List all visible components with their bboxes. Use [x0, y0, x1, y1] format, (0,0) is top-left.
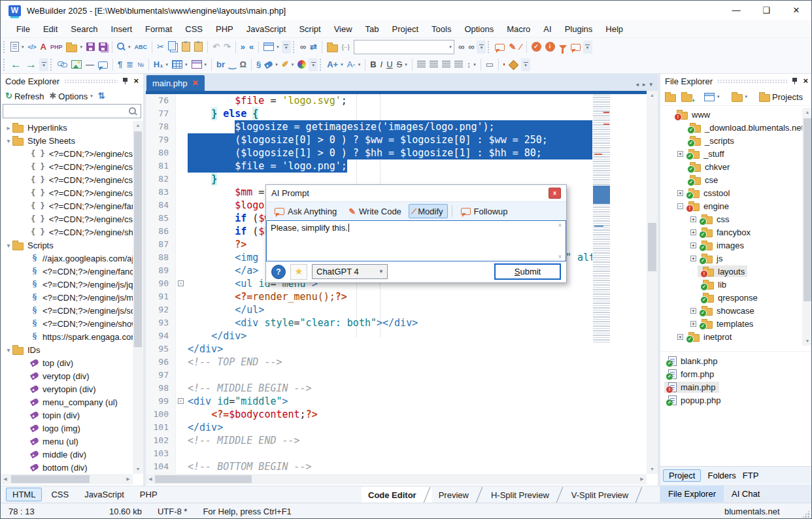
view-tab-h-split-preview[interactable]: H-Split Preview	[484, 487, 565, 503]
resize-grip[interactable]	[802, 510, 810, 518]
outdent-button[interactable]: «	[247, 39, 256, 55]
chevron-down-icon[interactable]: ▾	[5, 242, 12, 249]
toolbar-overflow-button[interactable]: ▾	[583, 41, 592, 54]
insert-comment-button[interactable]	[96, 57, 110, 73]
code-templates-button[interactable]: {··}	[340, 39, 352, 55]
toolbar-overflow-button[interactable]: ▾	[477, 41, 486, 54]
paste-button[interactable]	[180, 39, 192, 55]
close-button[interactable]: ✕	[781, 1, 811, 20]
tab-file-explorer[interactable]: File Explorer	[660, 486, 724, 502]
color-picker-button[interactable]	[296, 57, 308, 73]
insert-nbsp-button[interactable]: ‿	[227, 57, 237, 73]
fe-folder-cse[interactable]: ✓cse	[660, 173, 802, 186]
fe-folder-fancybox[interactable]: +✓fancybox	[660, 226, 802, 239]
justify-button[interactable]	[452, 57, 465, 73]
bullet-list-button[interactable]: ≣	[124, 57, 135, 73]
italic-button[interactable]: I	[379, 57, 385, 73]
insert-script-button[interactable]: §	[254, 57, 263, 73]
file-explorer-vscrollbar[interactable]: ▲ ▼	[802, 108, 812, 346]
insert-entity-button[interactable]: Ω	[238, 57, 248, 73]
fe-folder-templates[interactable]: +✓templates	[660, 317, 802, 330]
minimap[interactable]	[593, 95, 610, 343]
search-term-combobox[interactable]: ▾	[354, 40, 454, 54]
tab-folders[interactable]: Folders	[707, 471, 736, 480]
indent-button[interactable]: »	[239, 39, 247, 55]
maximize-button[interactable]: ❑	[751, 1, 781, 20]
ai-ask-anything-button[interactable]	[493, 39, 507, 55]
expand-icon[interactable]: +	[690, 256, 696, 261]
fe-folder-chkver[interactable]: ✓chkver	[660, 160, 802, 173]
scroll-right-arrow[interactable]: ▶	[637, 474, 647, 484]
fe-file-blank-php[interactable]: ✓blank.php	[660, 354, 812, 367]
fe-file-main-php[interactable]: !main.php	[660, 380, 812, 393]
pin-icon[interactable]	[792, 77, 798, 85]
ai-dialog-close-button[interactable]: x	[549, 188, 561, 199]
close-panel-icon[interactable]: ×	[133, 77, 139, 85]
fe-folder-css[interactable]: +✓css	[660, 212, 802, 226]
fe-folder-scripts[interactable]: ✓_scripts	[660, 134, 802, 147]
lang-tab-php[interactable]: PHP	[133, 488, 164, 501]
align-left-button[interactable]	[415, 57, 428, 73]
ce-item-cdn-engine-js-ma[interactable]: §<?=CDN;?>/engine/js/ma	[1, 291, 133, 304]
undo-button[interactable]: ↶	[211, 39, 222, 55]
scroll-up-arrow[interactable]: ▲	[647, 91, 658, 100]
save-all-button[interactable]	[97, 39, 109, 55]
insert-form-button[interactable]: ▾	[190, 57, 209, 73]
toolbar-overflow-button[interactable]: ▾	[521, 58, 530, 71]
parent-folder-button[interactable]	[663, 89, 678, 105]
chevron-down-icon[interactable]: ▾	[5, 137, 12, 144]
search-menu-button[interactable]: ▾	[115, 39, 133, 55]
menu-format[interactable]: Format	[139, 24, 178, 34]
help-button[interactable]: ?	[271, 265, 286, 279]
menu-help[interactable]: Help	[599, 24, 630, 34]
lang-tab-html[interactable]: HTML	[6, 488, 42, 501]
expand-icon[interactable]: +	[690, 321, 696, 327]
code-fold-toggle-icon[interactable]: -	[178, 398, 184, 404]
redo-button[interactable]: ↷	[222, 39, 233, 55]
ce-item-https-spark-engaga-com[interactable]: §https://spark.engaga.com,	[1, 330, 133, 343]
tab-close-icon[interactable]: ✕	[192, 78, 198, 88]
close-panel-icon[interactable]: ×	[803, 77, 808, 85]
strikethrough-button[interactable]: S▾	[395, 57, 409, 73]
fe-folder-inetprot[interactable]: +✓inetprot	[660, 330, 802, 343]
tab-scroll-left-button[interactable]: ◂	[635, 81, 639, 88]
toolbar-overflow-button[interactable]: ▾	[39, 58, 48, 71]
collapse-icon[interactable]: -	[677, 203, 683, 209]
sort-button[interactable]: ⇅	[96, 88, 107, 104]
ce-item-cdn-engine-css-to[interactable]: { }<?=CDN;?>/engine/css/to	[1, 186, 133, 199]
fe-folder-stuff[interactable]: +✓_stuff	[660, 147, 802, 160]
ce-item-cdn-engine-js-scri[interactable]: §<?=CDN;?>/engine/js/scri	[1, 304, 133, 317]
fe-file-popup-php[interactable]: ✓popup.php	[660, 393, 812, 407]
folders-menu-button[interactable]: ▾	[730, 89, 750, 105]
menu-macro[interactable]: Macro	[500, 24, 537, 34]
expand-icon[interactable]: +	[690, 308, 696, 314]
minimize-button[interactable]: —	[721, 1, 751, 20]
menu-plugins[interactable]: Plugins	[558, 24, 600, 34]
replace-button[interactable]: ⇄	[308, 39, 319, 55]
ai-write-code-button[interactable]: ✎	[507, 39, 518, 55]
tab-ftp[interactable]: FTP	[743, 471, 759, 480]
scroll-left-arrow[interactable]: ◀	[146, 474, 155, 484]
find-previous-button[interactable]: ∞	[456, 39, 466, 55]
scrollbar-thumb[interactable]	[155, 475, 252, 483]
ce-item-cdn-engine-fancy[interactable]: §<?=CDN;?>/engine/fancy	[1, 265, 133, 278]
find-button[interactable]: ∞	[298, 39, 308, 55]
scroll-left-arrow[interactable]: ◀	[1, 474, 10, 484]
code-explorer-hscrollbar[interactable]: ◀ ▶	[1, 474, 133, 484]
ce-item-cdn-engine-css-la[interactable]: { }<?=CDN;?>/engine/css/la	[1, 147, 133, 160]
insert-hr-button[interactable]: —	[84, 57, 96, 73]
menu-search[interactable]: Search	[64, 24, 104, 34]
view-tab-preview[interactable]: Preview	[432, 487, 484, 503]
find-in-files-button[interactable]	[325, 39, 340, 55]
fe-folder-www[interactable]: !www	[660, 108, 802, 121]
ce-item-style-sheets[interactable]: ▾Style Sheets	[1, 134, 133, 147]
menu-tools[interactable]: Tools	[425, 24, 458, 34]
scroll-up-arrow[interactable]: ▲	[133, 121, 143, 130]
panel-drag-handle[interactable]	[717, 79, 787, 84]
ce-item-middle-div[interactable]: middle (div)	[1, 448, 133, 461]
encoding[interactable]: UTF-8 *	[150, 507, 195, 516]
heading-button[interactable]: H₁▾	[152, 57, 170, 73]
insert-image-button[interactable]	[69, 57, 84, 73]
ce-item-cdn-engine-css-st[interactable]: { }<?=CDN;?>/engine/css/st	[1, 160, 133, 173]
expand-icon[interactable]: +	[690, 229, 696, 235]
